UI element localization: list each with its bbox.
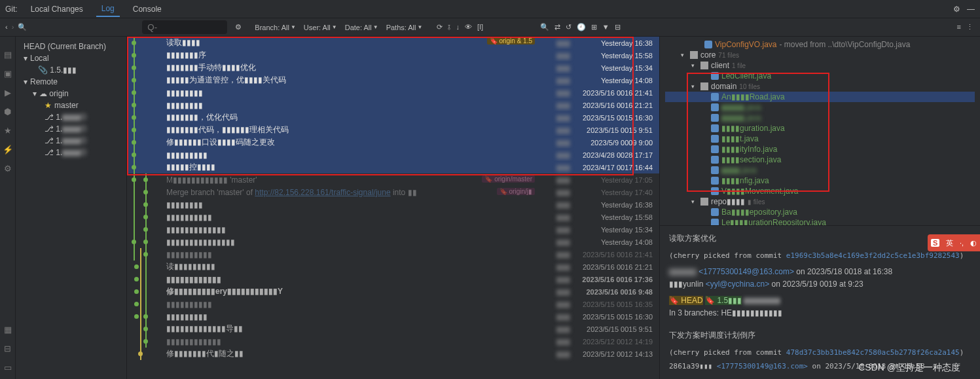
file-node[interactable]: LedClient.java	[665, 71, 975, 81]
author-line-2: ▮▮▮yunlin <yyl@cychina.cn> on 2023/5/19 …	[669, 278, 971, 291]
branch-master[interactable]: ★master	[18, 99, 124, 111]
commit-row[interactable]: ▮▮▮▮▮▮▮▮▮▮▮▮▮▮▮▮▮▮Yesterday 14:08	[127, 236, 659, 248]
eye-icon[interactable]: 👁	[465, 23, 472, 31]
filter-date[interactable]: Date: All ▼	[345, 24, 378, 31]
cherry-pick-1: (cherry picked from commit e1969c3b5a8e4…	[669, 250, 971, 262]
filter-paths[interactable]: Paths: All ▼	[386, 24, 423, 31]
commit-log[interactable]: 读取▮▮▮▮🔖 origin & 1.5▮▮▮Yesterday 16:38▮▮…	[127, 37, 659, 379]
branch-item[interactable]: ⎇ 1.▮▮▮▮D	[18, 123, 124, 135]
expand-icon[interactable]: ⊟	[615, 23, 621, 31]
toggle-icon[interactable]: ⇄	[554, 23, 560, 31]
panel-icon[interactable]: ▦	[4, 325, 12, 334]
back-icon[interactable]: ‹	[5, 23, 8, 31]
file-node[interactable]: V▮▮▮▮Movement.java	[665, 186, 975, 196]
commit-row[interactable]: 读▮▮▮▮▮▮▮▮▮▮▮▮2023/5/16 0016 21:21	[127, 261, 659, 273]
forward-icon[interactable]: ›	[12, 23, 14, 31]
commit-row[interactable]: 修▮▮▮▮▮▮▮▮▮ery▮▮▮▮▮▮▮▮▮▮▮Y▮▮▮2023/5/16 00…	[127, 285, 659, 298]
head-branch[interactable]: HEAD (Current Branch)	[18, 41, 124, 52]
cherry-pick-2: (cherry picked from commit 478d37c3bb31b…	[669, 347, 971, 359]
options-icon[interactable]: ⋮	[966, 23, 973, 31]
tab-local-changes[interactable]: Local Changes	[26, 2, 88, 16]
commit-row[interactable]: ▮▮▮▮▮▮▮▮▮▮▮▮2023/4/28 0028 17:17	[127, 149, 659, 161]
file-node[interactable]: ▮▮▮▮t.java	[665, 134, 975, 144]
gear2-icon[interactable]: ⚙	[4, 164, 12, 173]
structure-icon[interactable]: ▤	[4, 50, 12, 60]
panel2-icon[interactable]: ⊟	[4, 344, 11, 353]
file-header: VipConfigVO.java - moved from ..\dto\Vip…	[665, 39, 975, 50]
gear-icon[interactable]: ⚙	[953, 5, 960, 14]
commit-row[interactable]: ▮▮▮▮▮▮▮▮▮▮▮▮2023/5/15 0015 16:30	[127, 310, 659, 323]
branch-item[interactable]: ⎇ 1.▮▮▮▮D	[18, 111, 124, 123]
local-node[interactable]: ▾Local	[18, 52, 124, 64]
filter-icon[interactable]: ▼	[602, 23, 609, 31]
commit-row[interactable]: 读取▮▮▮▮🔖 origin & 1.5▮▮▮Yesterday 16:38	[127, 37, 659, 49]
commit-row[interactable]: 修▮▮▮▮▮▮▮代▮随之▮▮▮▮▮2023/5/12 0012 14:13	[127, 348, 659, 360]
search-icon[interactable]: 🔍	[18, 23, 27, 31]
local-branch-item[interactable]: 📎 1.5.▮▮▮	[18, 64, 124, 76]
filter-branch[interactable]: Branch: All ▼	[255, 24, 296, 31]
commit-row[interactable]: ▮▮▮▮▮▮▮手动特▮▮▮▮优化▮▮▮Yesterday 15:34	[127, 62, 659, 74]
branch-item[interactable]: ⎇ 1.▮▮▮▮D	[18, 135, 124, 147]
commit-row[interactable]: ▮▮▮▮▮▮▮▮▮▮▮▮▮▮▮2023/5/12 0012 14:19	[127, 335, 659, 348]
commit-row[interactable]: ▮▮▮▮▮▮▮▮▮▮▮Yesterday 16:38	[127, 198, 659, 211]
history-icon[interactable]: 🕘	[577, 23, 586, 31]
remote-node[interactable]: ▾Remote	[18, 76, 124, 88]
services-icon[interactable]: ⚡	[3, 145, 13, 154]
debug-icon[interactable]: ⬢	[4, 107, 11, 117]
file-node[interactable]: ▮▮▮▮nfig.java	[665, 175, 975, 186]
commit-row[interactable]: ▮▮▮▮▮▮▮▮▮▮▮▮▮Yesterday 15:58	[127, 211, 659, 223]
group-icon[interactable]: ⊞	[591, 23, 597, 31]
commit-row[interactable]: M▮▮▮▮▮▮▮▮▮▮▮▮ 'master'🔖 origin/master▮▮▮…	[127, 173, 659, 186]
commit-row[interactable]: ▮▮▮▮▮▮▮▮▮▮▮▮▮2023/5/16 0016 21:41	[127, 248, 659, 261]
commit-row[interactable]: ▮▮▮▮▮▮▮序▮▮▮Yesterday 15:58	[127, 49, 659, 62]
layout-icon[interactable]: ≡	[957, 23, 961, 31]
file-node[interactable]: Le▮▮▮▮urationRepository.java	[665, 217, 975, 225]
cherry-pick-icon[interactable]: ⫱	[448, 23, 450, 31]
commit-row[interactable]: ▮▮▮▮▮▮▮，优化代码▮▮▮2023/5/15 0015 16:30	[127, 111, 659, 124]
file-node[interactable]: ▮▮▮▮.java	[665, 165, 975, 175]
commit-row[interactable]: ▮▮▮▮▮▮▮▮▮▮▮▮▮▮▮2023/5/16 0016 17:36	[127, 273, 659, 285]
branch-item[interactable]: ⎇ 1.▮▮▮▮D	[18, 147, 124, 158]
panel3-icon[interactable]: ▭	[4, 363, 12, 372]
commit-row[interactable]: ▮▮▮▮▮控▮▮▮▮▮▮▮2023/4/17 0017 16:44	[127, 161, 659, 173]
commit-row[interactable]: ▮▮▮▮▮▮▮▮▮▮▮▮▮导▮▮▮▮▮2023/5/15 0015 9:51	[127, 323, 659, 335]
folder-node[interactable]: ▾repo▮▮▮▮ ▮ files	[665, 196, 975, 207]
minimize-icon[interactable]: —	[967, 5, 975, 14]
file-node[interactable]: An▮▮▮▮Road.java	[665, 92, 975, 102]
file-node[interactable]: Ba▮▮▮▮epository.java	[665, 207, 975, 217]
refresh-icon[interactable]: ⟳	[437, 23, 443, 31]
commit-row[interactable]: ▮▮▮▮▮▮▮▮▮▮▮▮▮▮▮▮Yesterday 15:34	[127, 223, 659, 236]
commit-row[interactable]: 修▮▮▮▮▮▮口设▮▮▮▮码随之更改▮▮▮2023/5/9 0009 9:00	[127, 136, 659, 149]
file-node[interactable]: ▮▮▮▮section.java	[665, 154, 975, 165]
folder-node[interactable]: ▾domain 10 files	[665, 81, 975, 92]
bookmark-icon[interactable]: ★	[4, 126, 12, 135]
run-icon[interactable]: ▶	[5, 88, 11, 98]
intellisort-icon[interactable]: [I]	[477, 23, 483, 31]
file-node[interactable]: ▮▮▮▮▮.java	[665, 113, 975, 123]
folder-node[interactable]: ▾core 71 files	[665, 50, 975, 60]
commit-title-1: 读取方案优化	[669, 232, 971, 245]
commit-row[interactable]: ▮▮▮▮▮▮▮代码，▮▮▮▮▮▮理相关代码▮▮▮2023/5/15 0015 9…	[127, 124, 659, 136]
commit-row[interactable]: ▮▮▮▮▮▮▮▮▮▮▮2023/5/16 0016 21:41	[127, 86, 659, 99]
file-node[interactable]: ▮▮▮▮guration.java	[665, 123, 975, 134]
settings-icon[interactable]: ⚙	[235, 23, 242, 31]
filter-user[interactable]: User: All ▼	[304, 24, 337, 31]
commit-search-input[interactable]	[142, 20, 227, 34]
commit-row[interactable]: Merge branch 'master' of http://82.156.2…	[127, 186, 659, 198]
build-icon[interactable]: ▣	[4, 69, 12, 79]
find-icon[interactable]: 🔍	[540, 23, 549, 31]
commit-row[interactable]: ▮▮▮▮▮▮▮▮▮▮▮▮▮2023/5/15 0015 16:35	[127, 298, 659, 310]
branch-count: In 3 branches: HE▮▮▮▮▮▮▮▮▮▮▮	[669, 307, 971, 319]
folder-node[interactable]: ▾client 1 file	[665, 60, 975, 71]
tab-log[interactable]: Log	[96, 1, 120, 17]
file-node[interactable]: ▮▮▮▮▮.java	[665, 102, 975, 113]
origin-node[interactable]: ▾☁ origin	[18, 88, 124, 99]
file-node[interactable]: ▮▮▮▮ityInfo.java	[665, 144, 975, 154]
commit-row[interactable]: ▮▮▮▮▮▮▮▮▮▮▮2023/5/16 0016 21:21	[127, 99, 659, 111]
tab-console[interactable]: Console	[128, 2, 167, 16]
commit-row[interactable]: ▮▮▮▮▮为通道管控，优▮▮▮▮关代码▮▮▮Yesterday 14:08	[127, 74, 659, 86]
revert-icon[interactable]: ↺	[566, 23, 572, 31]
ime-bar[interactable]: S 英·,◐	[928, 234, 980, 251]
push-icon[interactable]: ↓	[456, 23, 460, 31]
java-icon	[704, 41, 712, 48]
